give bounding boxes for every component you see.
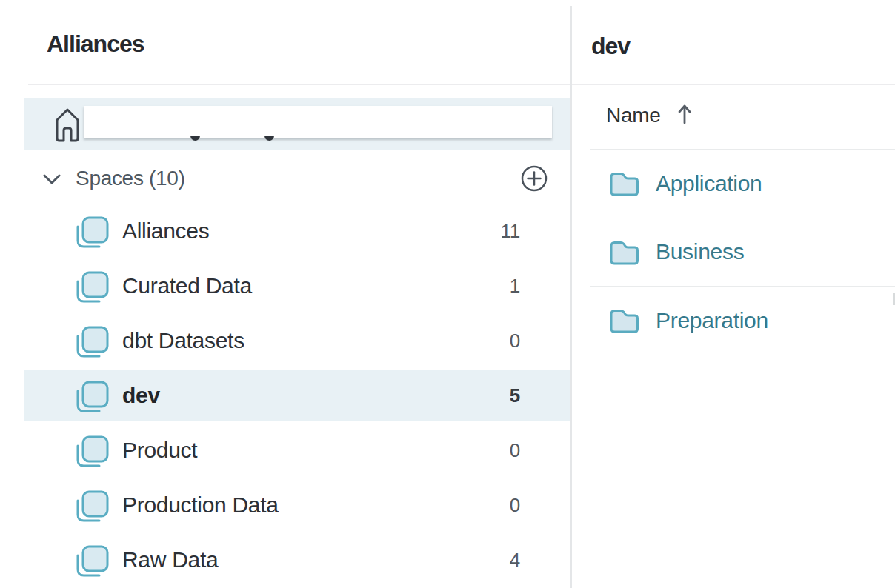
folder-name-link[interactable]: Business [656,239,744,264]
spaces-section-label: Spaces (10) [76,167,185,190]
space-name: dbt Datasets [122,328,244,353]
space-name: Product [122,438,197,463]
catalog-browser: Alliances Spaces (10) [0,0,895,588]
home-item[interactable] [24,98,570,150]
sidebar-space-row[interactable]: Raw Data 4 [24,534,570,586]
sidebar-space-row[interactable]: Alliances 11 [24,205,570,257]
clipped-edge-artifact [893,293,895,305]
panel-divider [570,6,572,588]
space-dataset-count: 0 [510,494,520,517]
sidebar-space-row[interactable]: dbt Datasets 0 [24,315,570,367]
sidebar-space-row[interactable]: dev 5 [24,370,570,421]
space-icon [73,542,109,578]
sidebar-space-row[interactable]: Production Data 0 [24,479,570,531]
space-name: Production Data [122,492,279,518]
folder-name-link[interactable]: Preparation [656,308,768,333]
name-column-header[interactable]: Name [606,103,692,128]
space-icon [73,378,109,413]
space-icon [73,268,109,304]
space-name: Curated Data [122,273,252,298]
folder-icon [609,238,640,267]
space-icon [73,323,109,358]
folder-table-row[interactable]: Business [590,218,895,287]
right-panel-title: dev [591,33,630,60]
space-name: Alliances [122,218,209,244]
space-dataset-count: 11 [501,220,520,243]
sidebar-space-row[interactable]: Product 0 [24,424,570,476]
home-icon [55,107,80,144]
space-dataset-count: 0 [510,439,520,462]
space-dataset-count: 5 [510,384,520,407]
space-name: Raw Data [122,547,218,572]
sort-arrow-up-icon [677,103,692,128]
folder-name-link[interactable]: Application [656,171,762,196]
spaces-section-header: Spaces (10) [24,164,570,193]
space-icon [73,432,109,468]
folder-table-row[interactable]: Application [590,150,895,218]
name-header-label: Name [606,104,661,127]
space-dataset-count: 1 [510,275,520,298]
folder-table: Application Business Preparation [590,149,895,355]
folder-icon [609,170,640,198]
chevron-down-icon[interactable] [43,174,61,184]
header-divider [28,84,895,85]
redacted-home-label [84,106,552,138]
space-dataset-count: 0 [510,330,520,353]
add-space-button[interactable] [520,164,548,193]
redaction-artifact [190,136,200,141]
space-dataset-count: 4 [510,549,520,572]
folder-icon [609,307,640,335]
space-icon [73,213,109,249]
sidebar-space-row[interactable]: Curated Data 1 [24,260,570,312]
space-name: dev [122,383,160,408]
folder-table-row[interactable]: Preparation [590,287,895,355]
space-icon [73,487,109,523]
redaction-artifact [264,136,274,141]
left-panel-title: Alliances [47,30,144,58]
